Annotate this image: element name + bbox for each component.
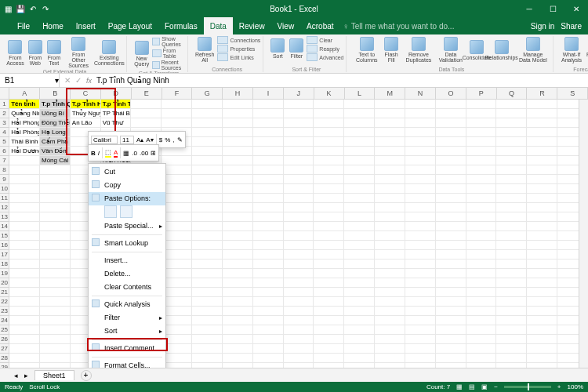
- comma-icon[interactable]: ,: [172, 136, 174, 143]
- cell[interactable]: [496, 354, 527, 363]
- cell[interactable]: Thái Bình: [9, 137, 40, 147]
- cell[interactable]: [405, 222, 436, 231]
- cell[interactable]: [344, 250, 375, 260]
- cell[interactable]: [9, 325, 40, 335]
- currency-icon[interactable]: $: [159, 136, 162, 143]
- row-header[interactable]: 6: [0, 147, 9, 156]
- cell[interactable]: [466, 250, 497, 260]
- sheet-nav-prev-icon[interactable]: ◂: [14, 372, 18, 379]
- cancel-icon[interactable]: ✕: [64, 76, 71, 85]
- cell[interactable]: [253, 118, 284, 128]
- row-header[interactable]: 12: [0, 203, 9, 212]
- cell[interactable]: [527, 316, 557, 325]
- font-size-input[interactable]: [120, 136, 134, 144]
- cell[interactable]: [314, 307, 344, 316]
- cell[interactable]: [405, 354, 436, 363]
- cell[interactable]: [527, 354, 557, 363]
- cell[interactable]: [405, 109, 436, 118]
- sheet-nav-next-icon[interactable]: ▸: [24, 372, 28, 379]
- merge-icon[interactable]: ⊞: [151, 150, 156, 157]
- sort-button[interactable]: Sort: [269, 36, 286, 61]
- cell[interactable]: [223, 307, 253, 316]
- cell[interactable]: [284, 212, 314, 222]
- cell[interactable]: [223, 212, 253, 222]
- cell[interactable]: [466, 297, 497, 307]
- cell[interactable]: [466, 316, 497, 325]
- cell[interactable]: [192, 354, 223, 363]
- cell[interactable]: [527, 250, 557, 260]
- cell[interactable]: [284, 222, 314, 231]
- cell[interactable]: [344, 325, 375, 335]
- cell[interactable]: [162, 184, 192, 194]
- borders-icon[interactable]: ▦: [123, 150, 129, 157]
- cell[interactable]: [192, 260, 223, 269]
- cell[interactable]: [344, 137, 375, 147]
- cell[interactable]: [436, 137, 466, 147]
- cell[interactable]: [40, 241, 71, 250]
- cell[interactable]: [192, 325, 223, 335]
- from-text-button[interactable]: From Text: [45, 36, 63, 69]
- cell[interactable]: [527, 344, 557, 354]
- cell[interactable]: [162, 118, 192, 128]
- minimize-button[interactable]: ─: [517, 0, 541, 17]
- cell[interactable]: [436, 100, 466, 109]
- cell[interactable]: Vân Đồn: [40, 147, 71, 156]
- ctx-sort[interactable]: Sort: [89, 325, 165, 338]
- cell[interactable]: [223, 297, 253, 307]
- cell[interactable]: [9, 222, 40, 231]
- cell[interactable]: [405, 184, 436, 194]
- tab-acrobat[interactable]: Acrobat: [300, 17, 339, 34]
- cell[interactable]: [405, 100, 436, 109]
- cell[interactable]: [9, 184, 40, 194]
- cell[interactable]: [466, 344, 497, 354]
- cell[interactable]: [314, 118, 344, 128]
- column-header[interactable]: L: [345, 88, 376, 99]
- show-queries-button[interactable]: Show Queries: [152, 36, 185, 47]
- cell[interactable]: [223, 137, 253, 147]
- cell[interactable]: [436, 316, 466, 325]
- cell[interactable]: [436, 250, 466, 260]
- cell[interactable]: [496, 222, 527, 231]
- cell[interactable]: [253, 278, 284, 288]
- cell[interactable]: [192, 109, 223, 118]
- cell[interactable]: [375, 147, 405, 156]
- cell[interactable]: [496, 165, 527, 175]
- font-color-icon[interactable]: A: [114, 149, 118, 158]
- cell[interactable]: [40, 165, 71, 175]
- cell[interactable]: [436, 147, 466, 156]
- cell[interactable]: [405, 344, 436, 354]
- cell[interactable]: [253, 184, 284, 194]
- cell[interactable]: [192, 212, 223, 222]
- cell[interactable]: [436, 109, 466, 118]
- column-header[interactable]: K: [314, 88, 345, 99]
- cell[interactable]: [9, 231, 40, 241]
- cell[interactable]: Vũ Thư: [101, 118, 132, 128]
- cell[interactable]: [466, 222, 497, 231]
- cell[interactable]: [192, 156, 223, 165]
- cell[interactable]: [466, 335, 497, 344]
- cell[interactable]: [253, 212, 284, 222]
- cell[interactable]: [40, 212, 71, 222]
- cell[interactable]: [466, 137, 497, 147]
- cell[interactable]: [40, 278, 71, 288]
- cell[interactable]: [162, 297, 192, 307]
- cell[interactable]: [162, 335, 192, 344]
- cell[interactable]: [527, 335, 557, 344]
- column-header[interactable]: B: [40, 88, 71, 99]
- row-header[interactable]: 13: [0, 212, 9, 222]
- cell[interactable]: [223, 316, 253, 325]
- cell[interactable]: An Lão: [71, 118, 101, 128]
- whatif-button[interactable]: What-If Analysis: [559, 36, 583, 64]
- cell[interactable]: [496, 156, 527, 165]
- cell[interactable]: [496, 260, 527, 269]
- cell[interactable]: [223, 184, 253, 194]
- cell[interactable]: [9, 344, 40, 354]
- cell[interactable]: [162, 165, 192, 175]
- cell[interactable]: [496, 297, 527, 307]
- cell[interactable]: [344, 269, 375, 278]
- row-header[interactable]: 27: [0, 344, 9, 354]
- cell[interactable]: [192, 231, 223, 241]
- cell[interactable]: [436, 203, 466, 212]
- cell[interactable]: [284, 344, 314, 354]
- column-header[interactable]: S: [557, 88, 588, 99]
